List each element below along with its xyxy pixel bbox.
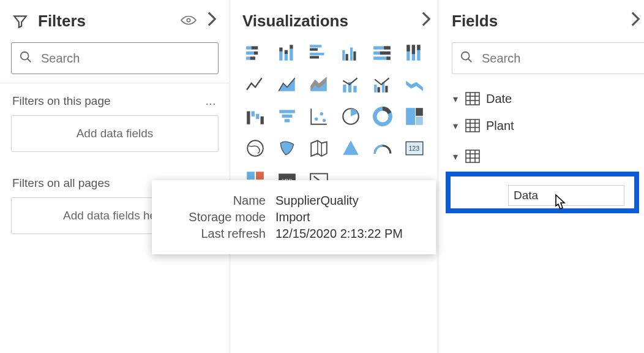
search-icon <box>19 50 32 66</box>
svg-rect-17 <box>310 56 319 58</box>
svg-text:123: 123 <box>408 145 419 152</box>
stacked-bar-chart-icon[interactable] <box>242 40 268 66</box>
treemap-chart-icon[interactable] <box>402 104 427 129</box>
table-icon <box>465 119 480 132</box>
svg-rect-18 <box>342 50 345 61</box>
svg-rect-4 <box>246 51 254 55</box>
svg-rect-7 <box>250 56 256 59</box>
viz-header: Visualizations <box>230 0 438 40</box>
svg-rect-15 <box>310 48 318 51</box>
filters-pane: Filters Filters on this page … <box>0 0 230 353</box>
tooltip-storage-value: Import <box>275 210 310 224</box>
shape-map-icon[interactable] <box>306 135 332 161</box>
svg-rect-46 <box>282 115 293 118</box>
fields-header: Fields <box>438 0 644 40</box>
dropzone-label: Add data fields <box>77 127 154 140</box>
svg-rect-31 <box>412 45 415 54</box>
svg-rect-77 <box>466 120 479 132</box>
svg-point-49 <box>320 112 323 115</box>
stacked-column-chart-icon[interactable] <box>274 40 300 66</box>
tooltip-name-label: Name <box>165 194 275 208</box>
svg-rect-23 <box>384 46 391 49</box>
clustered-bar-chart-icon[interactable] <box>306 40 332 66</box>
hundred-stacked-bar-icon[interactable] <box>370 40 395 66</box>
svg-rect-5 <box>254 51 258 55</box>
search-icon <box>460 50 473 66</box>
field-table-row-editing[interactable]: ▾ <box>438 143 644 170</box>
svg-rect-47 <box>285 119 290 122</box>
ribbon-chart-icon[interactable] <box>402 72 427 97</box>
svg-rect-16 <box>310 53 324 55</box>
area-chart-icon[interactable] <box>274 72 300 97</box>
chevron-right-icon[interactable] <box>421 11 432 31</box>
svg-rect-2 <box>246 46 252 49</box>
svg-rect-11 <box>285 50 288 54</box>
highlight-annotation <box>446 172 639 213</box>
chevron-down-icon: ▾ <box>449 151 462 162</box>
table-icon <box>465 150 480 163</box>
svg-rect-12 <box>290 49 293 61</box>
filled-map-icon[interactable] <box>274 135 300 161</box>
filters-search-input[interactable] <box>41 51 211 66</box>
svg-rect-19 <box>346 54 348 61</box>
svg-rect-6 <box>246 56 250 59</box>
stacked-area-chart-icon[interactable] <box>306 72 332 97</box>
pie-chart-icon[interactable] <box>338 104 364 129</box>
viz-title: Visualizations <box>242 12 348 31</box>
svg-rect-44 <box>261 116 264 124</box>
fields-search[interactable] <box>452 42 644 74</box>
tooltip-refresh-label: Last refresh <box>165 227 275 241</box>
svg-rect-60 <box>256 172 264 180</box>
svg-rect-14 <box>310 45 321 47</box>
hundred-stacked-column-icon[interactable] <box>402 40 427 66</box>
filters-header: Filters <box>0 0 230 40</box>
svg-rect-36 <box>353 86 356 93</box>
line-chart-icon[interactable] <box>242 72 268 97</box>
svg-rect-54 <box>416 108 423 116</box>
azure-map-icon[interactable] <box>338 135 364 161</box>
chevron-down-icon: ▾ <box>449 120 462 132</box>
svg-rect-40 <box>385 86 388 93</box>
section-page-text: Filters on this page <box>12 94 111 108</box>
visualizations-pane: Visualizations <box>230 0 438 353</box>
pointer-cursor-icon <box>550 194 568 217</box>
svg-rect-37 <box>374 85 376 93</box>
viz-gallery: 123 <box>230 40 438 161</box>
svg-rect-42 <box>252 112 255 117</box>
svg-rect-10 <box>285 54 288 61</box>
svg-rect-25 <box>380 51 391 55</box>
clustered-column-chart-icon[interactable] <box>338 40 364 66</box>
donut-chart-icon[interactable] <box>370 104 395 129</box>
svg-point-50 <box>323 119 326 122</box>
funnel-chart-icon[interactable] <box>274 104 300 129</box>
more-icon[interactable]: … <box>205 95 217 108</box>
field-label: Plant <box>486 119 514 133</box>
scatter-chart-icon[interactable] <box>306 104 332 129</box>
waterfall-chart-icon[interactable] <box>242 104 268 129</box>
svg-point-1 <box>21 52 29 60</box>
line-stacked-column-icon[interactable] <box>338 72 364 97</box>
filters-title: Filters <box>38 12 86 31</box>
map-icon[interactable] <box>242 135 268 161</box>
chevron-right-icon[interactable] <box>631 11 640 31</box>
svg-rect-43 <box>256 114 259 120</box>
eye-icon[interactable] <box>181 12 197 31</box>
fields-search-input[interactable] <box>482 51 637 66</box>
filters-page-dropzone[interactable]: Add data fields <box>11 115 219 152</box>
field-table-row[interactable]: ▾ Date <box>438 85 644 112</box>
field-label: Date <box>486 92 512 106</box>
chevron-right-icon[interactable] <box>206 11 217 31</box>
svg-rect-13 <box>290 45 293 48</box>
card-icon[interactable]: 123 <box>402 135 427 161</box>
filters-search[interactable] <box>11 42 219 74</box>
table-tooltip: Name SupplierQuality Storage mode Import… <box>152 180 436 254</box>
svg-rect-3 <box>252 46 258 49</box>
svg-point-71 <box>462 52 470 60</box>
gauge-icon[interactable] <box>370 135 395 161</box>
tooltip-name-value: SupplierQuality <box>275 194 359 208</box>
field-table-row[interactable]: ▾ Plant <box>438 112 644 139</box>
line-clustered-column-icon[interactable] <box>370 72 395 97</box>
svg-point-56 <box>247 140 263 156</box>
svg-rect-59 <box>247 172 255 180</box>
fields-title: Fields <box>452 12 498 31</box>
